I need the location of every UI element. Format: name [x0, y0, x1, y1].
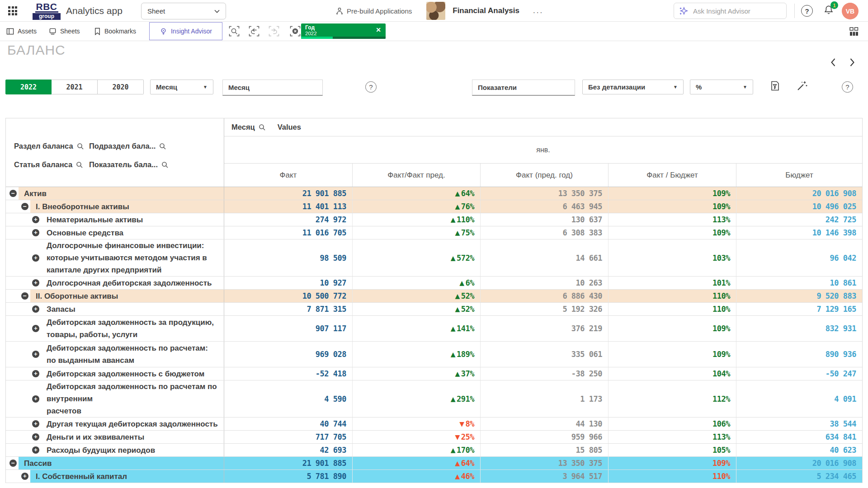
row-label-cell[interactable]: − I. Внеоборотные активы — [6, 200, 224, 213]
expand-toggle-icon[interactable]: + — [32, 254, 39, 262]
search-icon[interactable] — [76, 161, 83, 169]
sheets-tab[interactable]: Sheets — [47, 22, 82, 41]
magic-wand-icon[interactable] — [796, 80, 808, 92]
help-icon[interactable]: ? — [801, 5, 813, 17]
expand-toggle-icon[interactable]: + — [32, 229, 39, 236]
filter-document-icon[interactable] — [769, 80, 781, 92]
sheet-overview-icon[interactable] — [848, 26, 860, 38]
label-area[interactable]: Дебиторская задолженность по расчетам: п… — [41, 342, 224, 367]
assets-tab[interactable]: Assets — [5, 22, 38, 41]
expand-toggle-icon[interactable]: − — [9, 460, 17, 467]
undo-selection-icon[interactable] — [248, 25, 260, 37]
expand-toggle-icon[interactable]: − — [21, 203, 28, 210]
row-label-cell[interactable]: + Запасы — [6, 303, 224, 315]
smart-search-icon[interactable] — [228, 25, 240, 37]
next-sheet-icon[interactable] — [846, 57, 857, 68]
dim-razdel[interactable]: Раздел баланса — [14, 142, 84, 150]
prebuild-applications-link[interactable]: Pre-build Applications — [335, 7, 412, 15]
row-label-cell[interactable]: + Деньги и их эквиваленты — [6, 431, 224, 443]
unit-dropdown[interactable]: % ▼ — [690, 80, 753, 94]
expand-toggle-icon[interactable]: − — [9, 190, 17, 197]
measure-header-budget[interactable]: Бюджет — [736, 164, 862, 187]
expand-toggle-icon[interactable]: + — [32, 433, 39, 441]
help-icon-filters[interactable]: ? — [365, 81, 377, 93]
label-area[interactable]: I. Собственный капитал — [30, 470, 224, 483]
expand-toggle-icon[interactable]: + — [21, 473, 28, 480]
label-area[interactable]: Основные средства — [41, 226, 224, 239]
year-button-2020[interactable]: 2020 — [98, 80, 144, 94]
sheet-selector-dropdown[interactable]: Sheet — [141, 3, 226, 19]
label-area[interactable]: Дебиторская задолженность за продукцию, … — [41, 316, 224, 341]
month-filter-listbox[interactable]: Месяц — [222, 80, 323, 96]
ask-insight-advisor-search[interactable] — [674, 3, 787, 19]
label-area[interactable]: Дебиторская задолженность с бюджетом — [41, 367, 224, 380]
search-icon[interactable] — [259, 124, 266, 131]
row-label-cell[interactable]: + Долгосрочные финансовые инвестиции: ко… — [6, 239, 224, 276]
help-icon-right[interactable]: ? — [842, 81, 853, 93]
expand-toggle-icon[interactable]: + — [32, 446, 39, 454]
selection-chip-year[interactable]: Год 2022 ✕ — [301, 23, 386, 39]
expand-toggle-icon[interactable]: + — [32, 216, 39, 223]
label-area[interactable]: Актив — [19, 187, 224, 200]
redo-selection-icon[interactable] — [268, 25, 280, 37]
label-area[interactable]: Другая текущая дебиторская задолженность — [41, 418, 224, 430]
row-label-cell[interactable]: + Дебиторская задолженность за продукцию… — [6, 316, 224, 341]
row-label-cell[interactable]: − II. Оборотные активы — [6, 290, 224, 302]
search-icon[interactable] — [161, 161, 169, 169]
notifications-bell-icon[interactable]: 1 — [823, 4, 836, 18]
row-label-cell[interactable]: + Другая текущая дебиторская задолженнос… — [6, 418, 224, 430]
label-area[interactable]: I. Внеоборотные активы — [30, 200, 224, 213]
year-button-2021[interactable]: 2021 — [52, 80, 98, 94]
label-area[interactable]: II. Оборотные активы — [30, 290, 224, 302]
search-input[interactable] — [693, 7, 774, 15]
month-dropdown[interactable]: Месяц ▼ — [150, 80, 213, 94]
expand-toggle-icon[interactable]: + — [32, 325, 39, 332]
measure-header-fact-vs-prev[interactable]: Факт/Факт пред. — [352, 164, 480, 187]
expand-toggle-icon[interactable]: − — [21, 292, 28, 300]
measure-header-fact[interactable]: Факт — [224, 164, 352, 187]
app-launcher-icon[interactable] — [8, 6, 18, 15]
label-area[interactable]: Долгосрочная дебиторская задолженность — [41, 277, 224, 289]
search-icon[interactable] — [77, 143, 84, 150]
measures-listbox[interactable]: Показатели — [472, 80, 575, 96]
expand-toggle-icon[interactable]: + — [32, 420, 39, 427]
row-label-cell[interactable]: + Дебиторская задолженность по расчетам … — [6, 380, 224, 417]
measure-header-prev-year[interactable]: Факт (пред. год) — [480, 164, 608, 187]
expand-toggle-icon[interactable]: + — [32, 395, 39, 403]
expand-toggle-icon[interactable]: + — [32, 279, 39, 286]
expand-toggle-icon[interactable]: + — [32, 370, 39, 377]
user-avatar[interactable]: VB — [842, 3, 859, 19]
row-label-cell[interactable]: − Пассив — [6, 457, 224, 469]
dim-pokazatel[interactable]: Показатель бала... — [89, 160, 169, 169]
year-button-2022[interactable]: 2022 — [5, 80, 52, 94]
expand-toggle-icon[interactable]: + — [32, 305, 39, 313]
label-area[interactable]: Пассив — [19, 457, 224, 469]
row-label-cell[interactable]: + I. Собственный капитал — [6, 470, 224, 483]
more-menu-icon[interactable]: ... — [533, 6, 543, 15]
label-area[interactable]: Нематериальные активы — [41, 213, 224, 226]
insight-advisor-tab[interactable]: Insight Advisor — [149, 22, 222, 40]
label-area[interactable]: Запасы — [41, 303, 224, 315]
label-area[interactable]: Деньги и их эквиваленты — [41, 431, 224, 443]
previous-sheet-icon[interactable] — [828, 57, 839, 68]
dim-statya[interactable]: Статья баланса — [14, 160, 83, 169]
label-area[interactable]: Долгосрочные финансовые инвестиции: кото… — [41, 239, 224, 276]
chip-close-icon[interactable]: ✕ — [376, 25, 381, 35]
row-label-cell[interactable]: + Дебиторская задолженность с бюджетом — [6, 367, 224, 380]
row-label-cell[interactable]: + Долгосрочная дебиторская задолженность — [6, 277, 224, 289]
row-label-cell[interactable]: − Актив — [6, 187, 224, 200]
row-label-cell[interactable]: + Расходы будущих периодов — [6, 444, 224, 456]
month-band[interactable]: янв. — [224, 136, 862, 164]
row-label-cell[interactable]: + Нематериальные активы — [6, 213, 224, 226]
clear-selections-icon[interactable] — [289, 25, 301, 37]
bookmarks-tab[interactable]: Bookmarks — [92, 22, 138, 41]
row-label-cell[interactable]: + Дебиторская задолженность по расчетам:… — [6, 342, 224, 367]
col-dim-month[interactable]: Месяц — [231, 123, 266, 131]
search-icon[interactable] — [159, 143, 166, 150]
expand-toggle-icon[interactable]: + — [32, 351, 39, 358]
measure-header-fact-vs-budget[interactable]: Факт / Бюджет — [608, 164, 736, 187]
app-thumbnail[interactable] — [426, 2, 445, 20]
label-area[interactable]: Расходы будущих периодов — [41, 444, 224, 456]
dim-podrazdel[interactable]: Подраздел бала... — [89, 142, 166, 150]
drilldown-dropdown[interactable]: Без детализации ▼ — [582, 80, 684, 94]
